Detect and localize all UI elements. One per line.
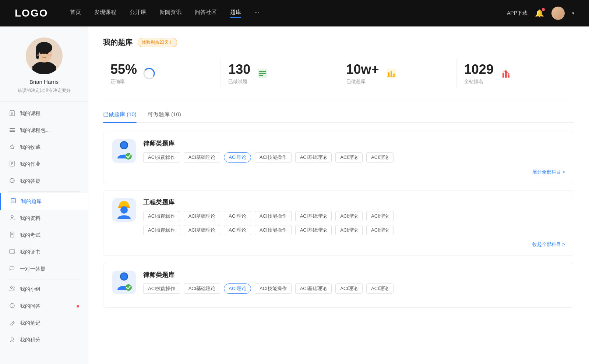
svg-point-5: [37, 54, 40, 56]
qbank-tag[interactable]: ACI理论: [335, 283, 363, 294]
svg-point-38: [11, 338, 14, 340]
qbank-tag[interactable]: ACI技能操作: [255, 225, 292, 235]
qbank-tag[interactable]: ACI技能操作: [143, 152, 180, 163]
qbank-tag-selected[interactable]: ACI理论: [224, 283, 251, 294]
app-download-button[interactable]: APP下载: [507, 10, 528, 17]
qbank-section-engineer-tags-row1: ACI技能操作 ACI基础理论 ACI理论 ACI技能操作 ACI基础理论 AC…: [143, 211, 565, 221]
sidebar: Brian Harris 错误的决定比没有决定要好 我的课程 我的课程包...: [0, 26, 88, 364]
sidebar-label-my-courses: 我的课程: [20, 110, 40, 117]
nav-open-course[interactable]: 公开课: [130, 9, 146, 18]
qbank-tag[interactable]: ACI基础理论: [184, 211, 221, 221]
main-content: 我的题库 体验剩余23天！ 55% 正确率: [88, 26, 589, 364]
qbank-tag[interactable]: ACI理论: [335, 152, 363, 163]
qbank-tag[interactable]: ACI技能操作: [143, 211, 180, 221]
qbank-tag[interactable]: ACI理论: [224, 211, 251, 221]
sidebar-label-my-course-pkg: 我的课程包...: [20, 127, 50, 134]
stat-rank-label: 全站排名: [464, 78, 494, 85]
lawyer-figure-2-icon: [114, 271, 134, 293]
qbank-tag[interactable]: ACI基础理论: [184, 283, 221, 294]
svg-point-27: [11, 215, 13, 218]
qbank-tag[interactable]: ACI基础理论: [184, 152, 221, 163]
sidebar-item-my-qa[interactable]: ? 我的答疑: [0, 173, 88, 190]
qbank-tag[interactable]: ACI理论: [335, 211, 363, 221]
nav-discover[interactable]: 发现课程: [94, 9, 116, 18]
qbank-lawyer-1-icon: [112, 139, 136, 163]
sidebar-item-my-courses[interactable]: 我的课程: [0, 105, 88, 122]
svg-point-34: [13, 287, 14, 288]
avatar[interactable]: [551, 7, 565, 20]
sidebar-item-my-profile[interactable]: 我的资料: [0, 210, 88, 227]
stat-done-banks-icon-wrap: [384, 67, 398, 81]
qbank-tag[interactable]: ACI技能操作: [143, 225, 180, 235]
sidebar-item-my-exam[interactable]: 我的考试: [0, 227, 88, 244]
qbank-tag[interactable]: ACI理论: [366, 152, 394, 163]
tab-available-banks[interactable]: 可做题库 (10): [148, 111, 181, 122]
stat-done-banks-label: 已做题库: [346, 78, 379, 85]
avatar-dropdown-arrow[interactable]: ▾: [572, 11, 574, 16]
sidebar-item-my-favorites[interactable]: 我的收藏: [0, 139, 88, 156]
sidebar-item-1on1-qa[interactable]: 一对一答疑: [0, 261, 88, 278]
tab-done-banks[interactable]: 已做题库 (10): [103, 111, 137, 122]
qbank-lawyer-2-icon: [112, 271, 136, 294]
my-favorites-icon: [9, 144, 15, 151]
qbank-tag[interactable]: ACI基础理论: [184, 225, 221, 235]
stat-done-questions-icon-wrap: [255, 67, 269, 81]
svg-point-60: [120, 206, 128, 214]
sidebar-item-my-certificate[interactable]: 我的证书: [0, 244, 88, 261]
qbank-section-engineer-footer: 收起全部科目 >: [112, 241, 565, 248]
expand-all-button[interactable]: 展开全部科目 >: [532, 169, 565, 175]
nav-home[interactable]: 首页: [70, 9, 81, 18]
qbank-tag-selected[interactable]: ACI理论: [224, 152, 251, 163]
stat-accuracy-icon-wrap: [142, 67, 156, 81]
qbank-section-engineer-tags-row2: ACI技能操作 ACI基础理论 ACI理论 ACI技能操作 ACI基础理论 AC…: [143, 225, 565, 235]
qbank-tag[interactable]: ACI技能操作: [143, 283, 180, 294]
qbank-tag[interactable]: ACI理论: [224, 225, 251, 235]
nav-news[interactable]: 新闻资讯: [159, 9, 181, 18]
nav-qa[interactable]: 问答社区: [195, 9, 217, 18]
qbank-tag[interactable]: ACI基础理论: [295, 211, 332, 221]
svg-point-58: [125, 153, 132, 160]
sidebar-label-my-homework: 我的作业: [20, 161, 40, 168]
sidebar-item-my-points[interactable]: 我的积分: [0, 332, 88, 349]
sidebar-item-my-questions[interactable]: ? 我的问答: [0, 298, 88, 315]
qbank-tag[interactable]: ACI技能操作: [255, 211, 292, 221]
qbank-tag[interactable]: ACI基础理论: [295, 152, 332, 163]
sidebar-item-my-homework[interactable]: 我的作业: [0, 156, 88, 173]
collapse-all-button[interactable]: 收起全部科目 >: [532, 241, 565, 248]
notification-bell[interactable]: 🔔: [535, 9, 544, 18]
svg-rect-31: [10, 250, 15, 253]
tabs-row: 已做题库 (10) 可做题库 (10): [103, 111, 574, 123]
qbank-section-lawyer-1-header: 律师类题库 ACI技能操作 ACI基础理论 ACI理论 ACI技能操作 ACI基…: [112, 139, 565, 163]
sidebar-label-my-group: 我的小组: [20, 286, 40, 293]
qbank-tag[interactable]: ACI技能操作: [255, 152, 292, 163]
qbank-tag[interactable]: ACI理论: [335, 225, 363, 235]
engineer-figure-icon: [114, 199, 134, 221]
my-qa-icon: ?: [9, 178, 15, 185]
sidebar-item-my-question-bank[interactable]: 我的题库: [0, 193, 88, 210]
qbank-section-lawyer-1-info: 律师类题库 ACI技能操作 ACI基础理论 ACI理论 ACI技能操作 ACI基…: [143, 139, 565, 163]
list-icon: [256, 67, 269, 80]
nav-more[interactable]: ···: [254, 9, 259, 18]
svg-point-33: [11, 287, 13, 289]
qbank-tag[interactable]: ACI理论: [366, 283, 394, 294]
sidebar-item-my-course-pkg[interactable]: 我的课程包...: [0, 122, 88, 139]
qbank-tag[interactable]: ACI理论: [366, 211, 394, 221]
qbank-tag[interactable]: ACI理论: [366, 225, 394, 235]
qbank-section-engineer-title: 工程类题库: [143, 198, 565, 207]
nav-links: 首页 发现课程 公开课 新闻资讯 问答社区 题库 ···: [70, 9, 507, 18]
my-questions-icon: ?: [9, 303, 15, 310]
my-courses-icon: [9, 110, 15, 117]
sidebar-label-my-certificate: 我的证书: [20, 249, 40, 256]
svg-rect-16: [10, 131, 15, 132]
qbank-tag[interactable]: ACI技能操作: [255, 283, 292, 294]
sidebar-label-my-favorites: 我的收藏: [20, 144, 40, 151]
qbank-tag[interactable]: ACI基础理论: [295, 225, 332, 235]
svg-rect-14: [10, 128, 15, 129]
sidebar-item-my-group[interactable]: 我的小组: [0, 281, 88, 298]
sidebar-item-my-notes[interactable]: 我的笔记: [0, 315, 88, 332]
qbank-tag[interactable]: ACI基础理论: [295, 283, 332, 294]
stat-rank-values: 1029 全站排名: [464, 62, 494, 85]
my-question-bank-icon: [10, 198, 17, 205]
nav-question-bank[interactable]: 题库: [230, 9, 241, 18]
svg-text:?: ?: [12, 179, 14, 183]
